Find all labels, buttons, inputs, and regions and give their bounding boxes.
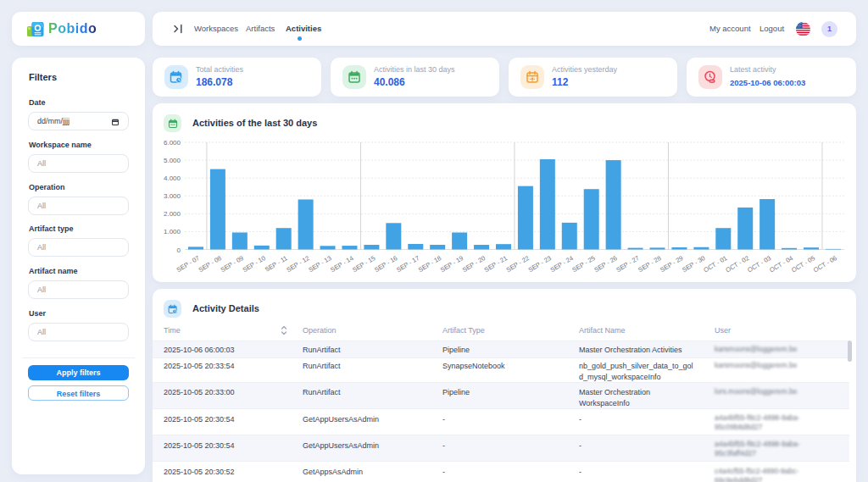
svg-text:SEP - 30: SEP - 30 xyxy=(681,254,706,274)
svg-text:SEP - 20: SEP - 20 xyxy=(461,254,487,274)
svg-text:SEP - 07: SEP - 07 xyxy=(175,254,201,274)
svg-text:SEP - 13: SEP - 13 xyxy=(307,254,332,274)
svg-text:SEP - 12: SEP - 12 xyxy=(285,254,310,274)
svg-text:SEP - 28: SEP - 28 xyxy=(637,254,662,274)
svg-text:SEP - 21: SEP - 21 xyxy=(483,254,509,274)
svg-text:4.000: 4.000 xyxy=(164,175,181,182)
svg-text:OCT - 02: OCT - 02 xyxy=(724,254,750,274)
svg-text:SEP - 18: SEP - 18 xyxy=(417,254,442,274)
svg-text:SEP - 23: SEP - 23 xyxy=(527,254,553,274)
svg-text:SEP - 29: SEP - 29 xyxy=(659,254,684,274)
svg-text:OCT - 05: OCT - 05 xyxy=(790,254,816,274)
svg-text:SEP - 16: SEP - 16 xyxy=(373,254,398,274)
svg-text:SEP - 17: SEP - 17 xyxy=(395,254,420,274)
svg-text:SEP - 10: SEP - 10 xyxy=(242,254,267,274)
svg-text:1.000: 1.000 xyxy=(164,228,181,235)
svg-text:SEP - 24: SEP - 24 xyxy=(549,254,575,274)
svg-text:2.000: 2.000 xyxy=(164,210,181,218)
svg-text:OCT - 06: OCT - 06 xyxy=(812,254,838,274)
svg-text:SEP - 25: SEP - 25 xyxy=(570,254,596,274)
svg-text:OCT - 01: OCT - 01 xyxy=(702,254,728,274)
svg-text:SEP - 14: SEP - 14 xyxy=(329,254,354,274)
svg-text:6.000: 6.000 xyxy=(164,139,181,147)
svg-text:5.000: 5.000 xyxy=(164,157,181,164)
svg-text:SEP - 22: SEP - 22 xyxy=(505,254,531,274)
svg-text:OCT - 03: OCT - 03 xyxy=(746,254,772,274)
svg-text:SEP - 09: SEP - 09 xyxy=(220,254,245,274)
svg-text:3.000: 3.000 xyxy=(164,192,181,200)
svg-text:SEP - 19: SEP - 19 xyxy=(439,254,465,274)
svg-text:SEP - 11: SEP - 11 xyxy=(264,254,289,274)
svg-text:SEP - 08: SEP - 08 xyxy=(198,254,223,274)
svg-text:0: 0 xyxy=(177,247,181,254)
svg-text:SEP - 26: SEP - 26 xyxy=(593,254,618,274)
svg-text:SEP - 15: SEP - 15 xyxy=(351,254,376,274)
svg-text:SEP - 27: SEP - 27 xyxy=(615,254,640,274)
svg-text:OCT - 04: OCT - 04 xyxy=(768,254,794,274)
